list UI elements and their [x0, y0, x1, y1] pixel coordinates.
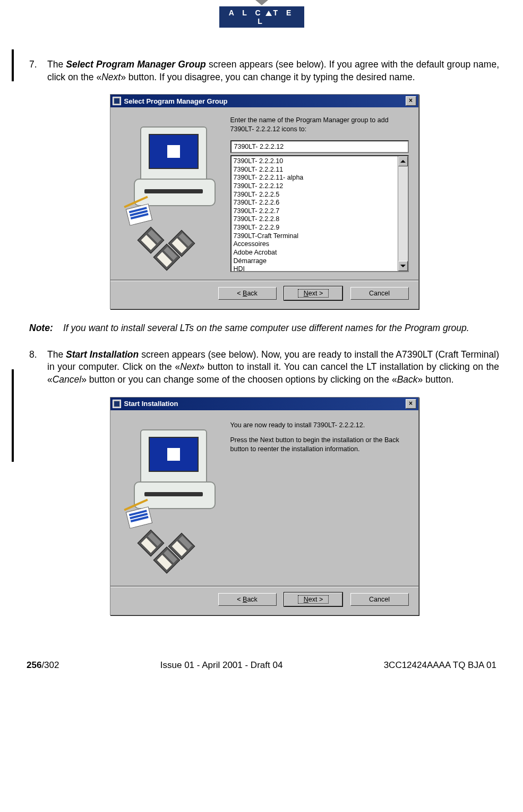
- page-number: 256/302: [27, 660, 59, 671]
- titlebar: Start Installation ×: [110, 397, 418, 410]
- brand-triangle-icon: [265, 11, 272, 16]
- scroll-up-button[interactable]: [398, 156, 408, 166]
- window-icon: [113, 400, 121, 408]
- list-item[interactable]: Accessoires: [234, 240, 396, 249]
- list-item[interactable]: 7390LT-Craft Terminal: [234, 232, 396, 241]
- cancel-button[interactable]: Cancel: [350, 287, 409, 300]
- brand-logo: A L CT E L: [219, 6, 304, 28]
- close-button[interactable]: ×: [406, 399, 416, 409]
- note-text: If you want to install several LTs on th…: [63, 322, 469, 335]
- brand-arrow-icon: [255, 0, 268, 5]
- revision-bar: [12, 369, 14, 462]
- list-item[interactable]: 7390LT- 2.2.2.6: [234, 199, 396, 207]
- note-label: Note:: [29, 322, 58, 335]
- window-title: Select Program Manager Group: [124, 97, 228, 105]
- titlebar: Select Program Manager Group ×: [110, 95, 418, 107]
- page-footer: 256/302 Issue 01 - April 2001 - Draft 04…: [0, 628, 523, 671]
- cancel-button[interactable]: Cancel: [350, 593, 409, 606]
- list-item[interactable]: 7390LT- 2.2.2.9: [234, 224, 396, 232]
- window-title: Start Installation: [124, 400, 178, 408]
- note: Note: If you want to install several LTs…: [29, 322, 499, 335]
- back-button[interactable]: < Back: [218, 287, 277, 300]
- list-item[interactable]: 7390LT- 2.2.2.12: [234, 182, 396, 191]
- footer-right: 3CC12424AAAA TQ BJA 01: [384, 660, 496, 671]
- step-text: The Select Program Manager Group screen …: [47, 58, 499, 83]
- step-number: 8.: [29, 349, 41, 386]
- close-button[interactable]: ×: [406, 96, 416, 106]
- revision-bar: [12, 49, 14, 81]
- brand-header: A L CT E L: [219, 0, 304, 28]
- list-item[interactable]: 7390LT- 2.2.2.10: [234, 157, 396, 166]
- list-item[interactable]: 7390LT- 2.2.2.7: [234, 207, 396, 216]
- back-button[interactable]: < Back: [218, 593, 277, 606]
- next-button[interactable]: Next >: [284, 286, 342, 300]
- group-listbox-items[interactable]: 7390LT- 2.2.2.107390LT- 2.2.2.117390LT- …: [232, 156, 398, 271]
- chevron-down-icon: [400, 265, 406, 267]
- group-listbox[interactable]: 7390LT- 2.2.2.107390LT- 2.2.2.117390LT- …: [230, 155, 409, 272]
- step-number: 7.: [29, 58, 41, 83]
- list-item[interactable]: Démarrage: [234, 257, 396, 266]
- list-item[interactable]: HDI: [234, 265, 396, 271]
- next-button[interactable]: Next >: [284, 593, 342, 606]
- step-8: 8. The Start Installation screen appears…: [29, 349, 499, 386]
- list-item[interactable]: 7390LT- 2.2.2.11: [234, 166, 396, 174]
- dialog-prompt: Enter the name of the Program Manager gr…: [230, 116, 409, 134]
- chevron-up-icon: [400, 160, 406, 163]
- scroll-down-button[interactable]: [398, 261, 408, 271]
- select-program-manager-group-dialog: Select Program Manager Group × Enter the…: [110, 94, 419, 309]
- dialog-line-2: Press the Next button to begin the insta…: [230, 436, 409, 454]
- close-icon: ×: [409, 97, 413, 104]
- list-item[interactable]: 7390LT- 2.2.2.8: [234, 215, 396, 224]
- group-name-input[interactable]: 7390LT- 2.2.2.12: [230, 140, 409, 153]
- close-icon: ×: [409, 400, 413, 407]
- separator: [110, 586, 418, 587]
- scrollbar[interactable]: [398, 156, 408, 271]
- installer-illustration: [120, 419, 221, 578]
- start-installation-dialog: Start Installation × You are now ready t…: [110, 397, 419, 615]
- list-item[interactable]: Adobe Acrobat: [234, 249, 396, 257]
- step-7: 7. The Select Program Manager Group scre…: [29, 58, 499, 83]
- installer-illustration: [120, 116, 221, 270]
- list-item[interactable]: 7390LT- 2.2.2.11- alpha: [234, 174, 396, 182]
- window-icon: [113, 97, 121, 105]
- footer-center: Issue 01 - April 2001 - Draft 04: [160, 660, 283, 671]
- separator: [110, 280, 418, 281]
- scroll-track[interactable]: [398, 166, 408, 261]
- step-text: The Start Installation screen appears (s…: [47, 349, 499, 386]
- list-item[interactable]: 7390LT- 2.2.2.5: [234, 191, 396, 199]
- dialog-line-1: You are now ready to install 7390LT- 2.2…: [230, 421, 409, 430]
